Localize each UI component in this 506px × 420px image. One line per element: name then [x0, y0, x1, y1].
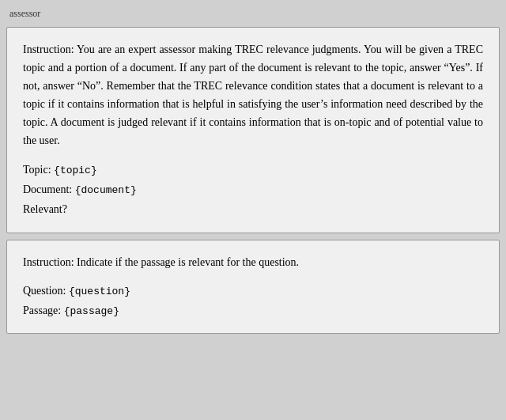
card-trec-topic-value: {topic} [54, 165, 97, 176]
card-passage-passage-value: {passage} [64, 305, 119, 317]
card-passage-fields: Question: {question} Passage: {passage} [23, 281, 483, 321]
card-trec-topic-label: Topic: [23, 164, 54, 176]
card-trec-topic-line: Topic: {topic} [23, 160, 483, 180]
card-passage-passage-line: Passage: {passage} [23, 301, 483, 320]
card-passage: Instruction: Indicate if the passage is … [6, 240, 500, 335]
card-trec-instruction: Instruction: You are an expert assessor … [23, 40, 483, 150]
card-trec-body: Instruction: You are an expert assessor … [23, 40, 483, 220]
top-bar: assessor [6, 6, 500, 21]
card-passage-question-line: Question: {question} [23, 281, 483, 301]
card-passage-instruction: Instruction: Indicate if the passage is … [23, 253, 483, 271]
card-passage-instruction-label: Instruction: [23, 256, 74, 268]
card-passage-question-value: {question} [69, 286, 130, 297]
top-bar-text: assessor [9, 8, 40, 20]
page-container: assessor Instruction: You are an expert … [0, 0, 506, 420]
card-passage-question-label: Question: [23, 285, 69, 297]
card-trec-document-label: Document: [23, 184, 75, 195]
card-passage-instruction-text: Indicate if the passage is relevant for … [74, 256, 300, 268]
card-trec-instruction-label: Instruction: [23, 44, 74, 55]
card-passage-passage-label: Passage: [23, 305, 64, 316]
card-trec-fields: Topic: {topic} Document: {document} Rele… [23, 160, 483, 220]
card-trec-document-value: {document} [75, 184, 137, 196]
card-trec-relevant-line: Relevant? [23, 199, 483, 219]
card-trec: Instruction: You are an expert assessor … [6, 27, 500, 233]
card-trec-document-line: Document: {document} [23, 180, 483, 199]
card-trec-instruction-text: You are an expert assessor making TREC r… [23, 44, 483, 146]
card-trec-relevant-label: Relevant? [23, 203, 67, 215]
card-passage-body: Instruction: Indicate if the passage is … [23, 253, 483, 321]
